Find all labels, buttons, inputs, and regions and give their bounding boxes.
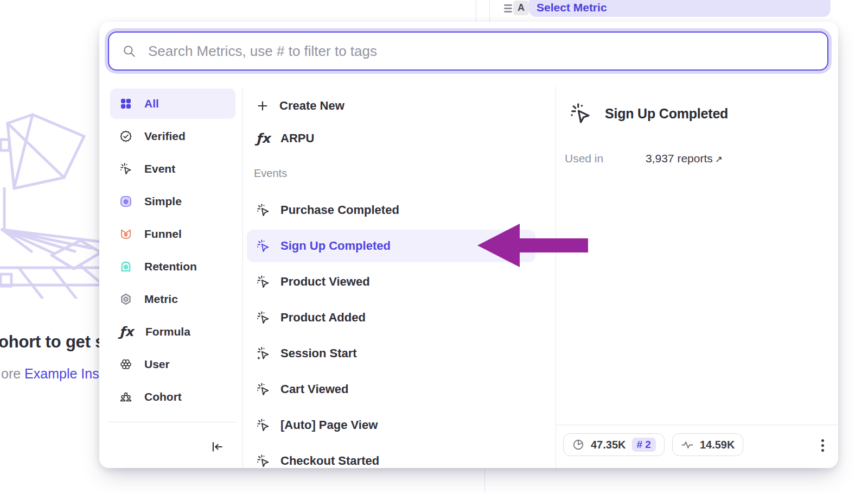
sidebar-item-verified[interactable]: Verified [110, 121, 235, 151]
arpu-label: ARPU [280, 131, 314, 146]
bg-subline-prefix: ore [1, 366, 24, 381]
sidebar-item-label: All [144, 97, 159, 110]
used-in-reports-link[interactable]: 3,937 reports↗ [646, 152, 723, 165]
category-sidebar: All Verified Event Simple Funnel Retenti… [110, 89, 235, 414]
event-item-product-viewed[interactable]: Product Viewed [247, 266, 535, 298]
sidebar-item-label: Cohort [144, 390, 182, 403]
event-item-checkout-started[interactable]: Checkout Started [247, 445, 535, 468]
event-star-icon [256, 346, 270, 361]
bg-example-link[interactable]: Example Ins [24, 366, 99, 381]
select-metric-button[interactable]: Select Metric [529, 0, 831, 17]
grid-icon [119, 97, 132, 110]
metric-picker-modal: All Verified Event Simple Funnel Retenti… [99, 22, 838, 468]
event-icon [256, 454, 270, 468]
retention-icon [119, 260, 132, 273]
sidebar-item-retention[interactable]: Retention [110, 251, 235, 282]
event-item-label: Sign Up Completed [280, 239, 391, 253]
sidebar-item-all[interactable]: All [110, 89, 235, 119]
event-item-cart-viewed[interactable]: Cart Viewed [247, 373, 535, 406]
stat-value: 47.35K [591, 439, 626, 451]
event-item-label: [Auto] Page View [280, 418, 378, 432]
sidebar-item-formula[interactable]: ƒx Formula [110, 317, 235, 347]
bg-panel-divider [484, 468, 485, 493]
select-metric-label: Select Metric [537, 0, 607, 15]
event-item-label: Product Added [280, 311, 366, 325]
event-icon [256, 382, 270, 396]
external-link-arrow-icon: ↗ [715, 154, 723, 165]
more-options-button[interactable] [813, 435, 832, 455]
sidebar-item-label: Funnel [144, 227, 182, 241]
formula-icon: ƒx [256, 132, 270, 145]
drag-handle-icon[interactable] [504, 4, 512, 12]
event-item-product-added[interactable]: Product Added [247, 301, 535, 334]
sidebar-item-metric[interactable]: Metric [110, 284, 235, 314]
search-icon [122, 44, 136, 58]
metric-detail-header: Sign Up Completed [569, 102, 728, 125]
metric-list: Create New ƒx ARPU Events Purchase Compl… [247, 92, 535, 468]
search-input[interactable] [147, 42, 827, 60]
pie-chart-icon [572, 438, 585, 451]
funnel-icon [119, 227, 132, 241]
collapse-sidebar-button[interactable] [208, 438, 226, 456]
collapse-left-icon [210, 440, 224, 454]
event-icon [569, 102, 592, 125]
column-divider [556, 87, 556, 468]
event-item-label: Product Viewed [280, 275, 370, 289]
event-item-auto-page-view[interactable]: [Auto] Page View [247, 409, 535, 441]
metric-stats: 47.35K # 2 14.59K [563, 433, 743, 456]
bg-subline-text: ore Example Ins [1, 366, 99, 382]
event-item-label: Checkout Started [280, 454, 379, 468]
stat-value: 14.59K [700, 439, 735, 451]
formula-icon: ƒx [119, 325, 133, 338]
sidebar-item-label: Event [144, 162, 175, 175]
metric-icon [119, 293, 132, 306]
event-item-label: Cart Viewed [280, 382, 349, 396]
sidebar-footer-divider [108, 422, 237, 422]
sidebar-item-label: User [144, 358, 170, 371]
column-divider [242, 87, 243, 468]
event-icon [256, 203, 270, 217]
pulse-icon [681, 438, 694, 451]
sidebar-item-event[interactable]: Event [110, 154, 235, 184]
annotation-arrow [475, 222, 589, 268]
sidebar-item-label: Formula [145, 325, 190, 338]
bg-headline-text: ohort to get s [0, 332, 104, 352]
event-icon [119, 162, 132, 175]
event-item-label: Purchase Completed [280, 203, 399, 217]
event-icon [256, 418, 270, 432]
sidebar-item-label: Simple [144, 195, 182, 208]
list-item-arpu[interactable]: ƒx ARPU [247, 125, 535, 152]
events-section-header: Events [247, 167, 535, 180]
bg-card-edge [476, 0, 476, 22]
user-icon [119, 358, 132, 371]
total-count-stat[interactable]: 47.35K # 2 [563, 433, 665, 456]
metric-detail-title: Sign Up Completed [605, 106, 728, 122]
event-icon [256, 311, 270, 325]
event-icon [256, 275, 270, 289]
sidebar-item-label: Metric [144, 293, 178, 306]
event-item-label: Session Start [280, 346, 357, 361]
simple-icon [119, 195, 132, 208]
sidebar-item-simple[interactable]: Simple [110, 186, 235, 217]
create-new-button[interactable]: Create New [247, 92, 535, 119]
search-bar [108, 31, 828, 71]
used-in-label: Used in [565, 152, 603, 165]
detail-footer-divider [556, 425, 838, 425]
used-in-value: 3,937 reports [646, 152, 713, 165]
plus-icon [256, 99, 269, 112]
sidebar-item-cohort[interactable]: Cohort [110, 382, 235, 412]
sidebar-item-label: Verified [144, 130, 186, 143]
decorative-wireframe-illustration [0, 111, 101, 299]
sidebar-item-user[interactable]: User [110, 349, 235, 380]
bg-card-edge [489, 0, 490, 22]
event-icon [256, 239, 270, 253]
metric-letter-badge: A [513, 1, 529, 15]
activity-stat[interactable]: 14.59K [672, 433, 744, 456]
create-new-label: Create New [279, 99, 344, 113]
event-item-session-start[interactable]: Session Start [247, 337, 535, 370]
sidebar-item-funnel[interactable]: Funnel [110, 219, 235, 249]
rank-badge: # 2 [632, 438, 656, 452]
verified-icon [119, 130, 132, 143]
sidebar-item-label: Retention [144, 260, 197, 273]
cohort-icon [119, 390, 132, 403]
